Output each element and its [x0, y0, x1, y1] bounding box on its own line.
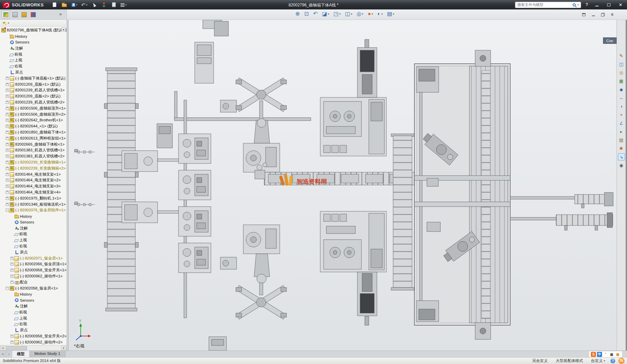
- toolbox-icon[interactable]: ▣: [615, 352, 620, 357]
- maximize-button[interactable]: [604, 2, 613, 8]
- options-button[interactable]: [119, 1, 128, 8]
- tree-item[interactable]: (-) 82001850_曲轴箱下体<1>: [0, 129, 66, 135]
- mate-button[interactable]: ◎: [618, 69, 625, 76]
- punctuation-icon[interactable]: ’: [603, 352, 608, 357]
- minimize-button[interactable]: [593, 2, 601, 8]
- expander-icon[interactable]: [10, 263, 13, 266]
- tab-nav-prev-button[interactable]: ‹: [6, 351, 12, 357]
- tree-item[interactable]: (-) 82002066_钣金房顶<1>: [0, 261, 66, 267]
- featuremanager-tab[interactable]: [2, 10, 10, 19]
- panel-tabs-overflow-button[interactable]: »: [59, 12, 62, 17]
- tab-nav-first-button[interactable]: «: [0, 351, 6, 357]
- expander-icon[interactable]: [10, 275, 13, 278]
- tree-item[interactable]: 配合: [0, 279, 66, 285]
- tree-item[interactable]: 82001239_机器人管线槽<1>: [0, 87, 66, 93]
- save-button[interactable]: [70, 1, 79, 8]
- select-button[interactable]: [90, 1, 98, 8]
- new-motion-study-button[interactable]: ▸: [618, 128, 625, 135]
- tree-item[interactable]: 右视: [0, 321, 66, 327]
- previous-view-button[interactable]: ↶: [312, 10, 319, 17]
- expander-icon[interactable]: [10, 341, 13, 344]
- instant3d-button[interactable]: ↘: [618, 153, 625, 160]
- expander-icon[interactable]: [6, 197, 9, 200]
- doc-restore-button[interactable]: [600, 12, 605, 17]
- edit-component-button[interactable]: ✎: [618, 52, 625, 59]
- status-custom-dropdown[interactable]: 自定义: [591, 358, 603, 363]
- doc-menu-button[interactable]: [581, 12, 587, 17]
- tree-horizontal-scrollbar[interactable]: ◂ ▸: [0, 345, 66, 351]
- tree-item[interactable]: 原点: [0, 327, 66, 333]
- chevron-down-icon[interactable]: ▾: [577, 3, 579, 6]
- tree-item[interactable]: (-) 82002239_长安曲轴箱<1>: [0, 159, 66, 165]
- tab-motion-study-1[interactable]: Motion Study 1: [30, 351, 65, 357]
- tree-item[interactable]: (-) 82002644_<1> (默认): [0, 123, 66, 129]
- scroll-right-button[interactable]: ▸: [61, 346, 66, 351]
- new-document-button[interactable]: [51, 1, 59, 8]
- tree-item[interactable]: 82001464_电主轴支架<1>: [0, 171, 66, 177]
- tree-item[interactable]: 82001209_底板<2> (默认): [0, 93, 66, 99]
- tree-item[interactable]: 82001209_底板<1> (默认): [0, 81, 66, 87]
- tree-item[interactable]: 右视: [0, 63, 66, 69]
- assembly-features-button[interactable]: +: [618, 111, 625, 118]
- scroll-left-button[interactable]: ◂: [0, 346, 5, 351]
- tab-model[interactable]: 模型: [12, 351, 30, 357]
- tree-item[interactable]: (-) 82002613_两种框架组<1>: [0, 135, 66, 141]
- expander-icon[interactable]: [6, 143, 9, 146]
- doc-close-button[interactable]: [609, 12, 615, 17]
- tree-item[interactable]: (-) 82000962_操动件<2>: [0, 339, 66, 345]
- view-orientation-button[interactable]: ◳: [332, 10, 342, 17]
- scrollbar-thumb[interactable]: [6, 346, 27, 350]
- apply-scene-button[interactable]: ◐: [376, 10, 384, 17]
- tree-item[interactable]: 上视: [0, 237, 66, 243]
- expander-icon[interactable]: [10, 269, 13, 272]
- expander-icon[interactable]: [6, 89, 9, 92]
- tree-filter-bar[interactable]: ▾: [0, 20, 66, 27]
- expander-icon[interactable]: [6, 287, 9, 290]
- tree-item[interactable]: (-) 82002058_钣金房<1>: [0, 285, 66, 291]
- search-input[interactable]: [517, 3, 571, 7]
- reference-geometry-button[interactable]: ∠: [618, 120, 625, 127]
- search-icon[interactable]: [573, 3, 576, 6]
- tree-item[interactable]: 注解: [0, 225, 66, 231]
- tree-item[interactable]: 注解: [0, 303, 66, 309]
- help-button[interactable]: ?: [584, 2, 590, 7]
- tree-item[interactable]: 前视: [0, 51, 66, 57]
- hide-show-items-button[interactable]: ◎: [356, 10, 364, 17]
- tree-item[interactable]: 上视: [0, 57, 66, 63]
- move-component-button[interactable]: ↔: [618, 94, 625, 101]
- tree-item[interactable]: 前视: [0, 231, 66, 237]
- task-pane-header[interactable]: Con: [603, 37, 617, 44]
- linear-component-pattern-button[interactable]: ▦: [618, 78, 625, 85]
- tree-item[interactable]: (-) 82002071_钣金房<1>: [0, 255, 66, 261]
- tree-item[interactable]: 82001464_电主轴支架<2>: [0, 177, 66, 183]
- expander-icon[interactable]: [6, 83, 9, 86]
- display-style-button[interactable]: ◫: [344, 10, 353, 17]
- tree-item[interactable]: (-) 82001348_板链输送机<1>: [0, 201, 66, 207]
- zoom-fit-button[interactable]: ⊕: [294, 10, 301, 17]
- rebuild-button[interactable]: [100, 1, 108, 8]
- tree-item[interactable]: (-) 82002642_Brother机<1>: [0, 117, 66, 123]
- tree-item[interactable]: 原点: [0, 69, 66, 75]
- insert-components-button[interactable]: ◫: [618, 61, 625, 68]
- camera-button[interactable]: ◉: [618, 162, 625, 169]
- undo-button[interactable]: ↶: [80, 1, 89, 8]
- expander-icon[interactable]: [6, 149, 9, 152]
- expander-icon[interactable]: [10, 281, 13, 284]
- expander-icon[interactable]: [6, 95, 9, 98]
- tree-item[interactable]: 82001383_机器人管线槽<1>: [0, 147, 66, 153]
- tree-item[interactable]: History: [0, 213, 66, 219]
- tree-item[interactable]: (-) 82002076_钣金房组件<1>: [0, 207, 66, 213]
- tree-item[interactable]: 82001239_机器人管线槽<2>: [0, 99, 66, 105]
- expander-icon[interactable]: [6, 185, 9, 188]
- section-view-button[interactable]: ◪: [321, 10, 330, 17]
- bill-of-materials-button[interactable]: ▤: [618, 136, 625, 144]
- tree-item[interactable]: History: [0, 33, 66, 39]
- displaymanager-tab[interactable]: [29, 10, 37, 19]
- tree-item[interactable]: 原点: [0, 249, 66, 255]
- expander-icon[interactable]: [10, 335, 13, 338]
- expander-icon[interactable]: [6, 77, 9, 80]
- show-hidden-components-button[interactable]: ◑: [618, 103, 625, 110]
- viewport-canvas[interactable]: 智造资料网 Y *右视: [69, 20, 616, 351]
- configurationmanager-tab[interactable]: [20, 10, 28, 19]
- status-help-button[interactable]: ?: [610, 359, 615, 363]
